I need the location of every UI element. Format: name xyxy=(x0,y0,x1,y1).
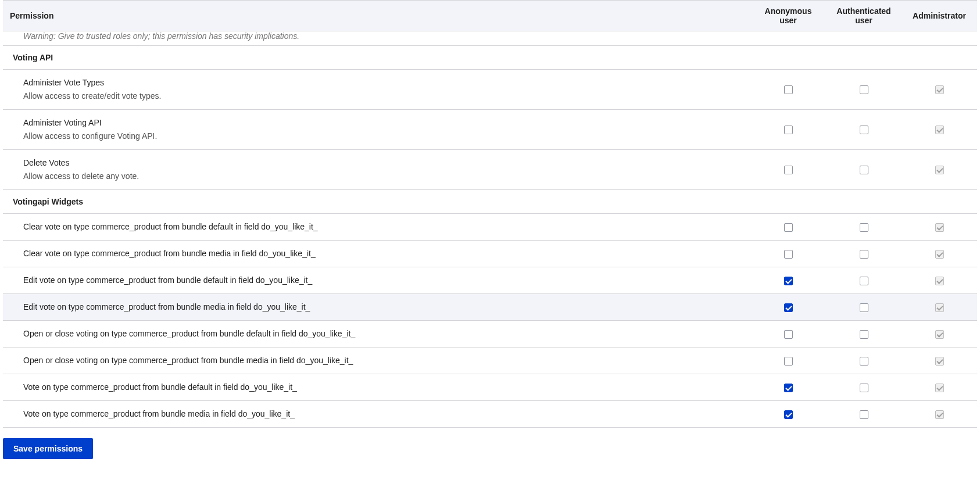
checkbox-cell xyxy=(902,401,977,428)
permission-checkbox-anonymous[interactable] xyxy=(784,166,793,174)
checkbox-cell xyxy=(750,241,826,267)
permission-checkbox-anonymous[interactable] xyxy=(784,384,793,392)
checkbox-cell xyxy=(902,294,977,321)
permission-checkbox-anonymous[interactable] xyxy=(784,410,793,419)
checkbox-cell xyxy=(902,321,977,348)
permission-title: Edit vote on type commerce_product from … xyxy=(23,274,743,286)
permission-row: Edit vote on type commerce_product from … xyxy=(3,267,977,294)
checkbox-cell xyxy=(826,374,902,401)
permission-row: Edit vote on type commerce_product from … xyxy=(3,294,977,321)
module-name: Votingapi Widgets xyxy=(3,190,977,214)
permission-checkbox-anonymous[interactable] xyxy=(784,330,793,339)
permission-checkbox-anonymous[interactable] xyxy=(784,357,793,366)
permission-checkbox-anonymous[interactable] xyxy=(784,223,793,232)
permission-row: Administer Vote TypesAllow access to cre… xyxy=(3,70,977,110)
permission-checkbox-authenticated[interactable] xyxy=(860,330,868,339)
checkbox-cell xyxy=(902,374,977,401)
permission-label-cell: Edit vote on type commerce_product from … xyxy=(3,294,750,321)
permission-title: Delete Votes xyxy=(23,157,743,169)
checkbox-cell xyxy=(826,110,902,150)
checkbox-cell xyxy=(826,214,902,241)
permission-label-cell: Edit vote on type commerce_product from … xyxy=(3,267,750,294)
permission-checkbox-administrator xyxy=(935,357,944,366)
permission-row: Open or close voting on type commerce_pr… xyxy=(3,321,977,348)
permission-label-cell: Clear vote on type commerce_product from… xyxy=(3,241,750,267)
permission-checkbox-administrator xyxy=(935,85,944,94)
permission-checkbox-anonymous[interactable] xyxy=(784,126,793,134)
permission-checkbox-anonymous[interactable] xyxy=(784,303,793,312)
checkbox-cell xyxy=(750,401,826,428)
permission-checkbox-administrator xyxy=(935,166,944,174)
checkbox-cell xyxy=(902,70,977,110)
permissions-table: Permission Anonymous user Authenticated … xyxy=(3,0,977,428)
checkbox-cell xyxy=(826,267,902,294)
checkbox-cell xyxy=(750,348,826,374)
checkbox-cell xyxy=(902,214,977,241)
permission-checkbox-authenticated[interactable] xyxy=(860,166,868,174)
checkbox-cell xyxy=(750,321,826,348)
checkbox-cell xyxy=(826,150,902,190)
permission-row: Open or close voting on type commerce_pr… xyxy=(3,348,977,374)
permission-checkbox-authenticated[interactable] xyxy=(860,303,868,312)
permission-checkbox-administrator xyxy=(935,330,944,339)
permission-title: Open or close voting on type commerce_pr… xyxy=(23,328,743,340)
permission-label-cell: Vote on type commerce_product from bundl… xyxy=(3,401,750,428)
module-name: Voting API xyxy=(3,46,977,70)
permission-row: Administer Voting APIAllow access to con… xyxy=(3,110,977,150)
permission-checkbox-authenticated[interactable] xyxy=(860,250,868,259)
permission-checkbox-anonymous[interactable] xyxy=(784,250,793,259)
permission-checkbox-administrator xyxy=(935,250,944,259)
permission-title: Vote on type commerce_product from bundl… xyxy=(23,381,743,393)
permission-row: Delete VotesAllow access to delete any v… xyxy=(3,150,977,190)
permission-checkbox-authenticated[interactable] xyxy=(860,126,868,134)
checkbox-cell xyxy=(826,348,902,374)
permission-checkbox-administrator xyxy=(935,303,944,312)
checkbox-cell xyxy=(750,70,826,110)
header-administrator: Administrator xyxy=(902,1,977,31)
permission-title: Vote on type commerce_product from bundl… xyxy=(23,408,743,420)
permission-description: Allow access to create/edit vote types. xyxy=(23,90,743,102)
permission-title: Clear vote on type commerce_product from… xyxy=(23,248,743,260)
checkbox-cell xyxy=(826,241,902,267)
permission-checkbox-authenticated[interactable] xyxy=(860,277,868,285)
permission-row: Vote on type commerce_product from bundl… xyxy=(3,374,977,401)
permission-description: Allow access to configure Voting API. xyxy=(23,130,743,142)
header-authenticated: Authenticated user xyxy=(826,1,902,31)
permission-label-cell: Open or close voting on type commerce_pr… xyxy=(3,348,750,374)
permission-row: Vote on type commerce_product from bundl… xyxy=(3,401,977,428)
permission-label-cell: Administer Vote TypesAllow access to cre… xyxy=(3,70,750,110)
permission-title: Clear vote on type commerce_product from… xyxy=(23,221,743,233)
permission-label-cell: Clear vote on type commerce_product from… xyxy=(3,214,750,241)
permission-checkbox-administrator xyxy=(935,277,944,285)
permission-description: Allow access to delete any vote. xyxy=(23,170,743,182)
permission-title: Edit vote on type commerce_product from … xyxy=(23,301,743,313)
permission-checkbox-administrator xyxy=(935,223,944,232)
header-permission: Permission xyxy=(3,1,750,31)
permission-checkbox-anonymous[interactable] xyxy=(784,85,793,94)
checkbox-cell xyxy=(750,267,826,294)
checkbox-cell xyxy=(826,70,902,110)
permission-checkbox-authenticated[interactable] xyxy=(860,384,868,392)
permission-checkbox-anonymous[interactable] xyxy=(784,277,793,285)
checkbox-cell xyxy=(750,150,826,190)
checkbox-cell xyxy=(902,267,977,294)
save-permissions-button[interactable]: Save permissions xyxy=(3,438,93,459)
permission-label-cell: Delete VotesAllow access to delete any v… xyxy=(3,150,750,190)
permission-checkbox-authenticated[interactable] xyxy=(860,85,868,94)
header-anonymous: Anonymous user xyxy=(750,1,826,31)
permission-label-cell: Vote on type commerce_product from bundl… xyxy=(3,374,750,401)
permission-checkbox-authenticated[interactable] xyxy=(860,410,868,419)
permission-checkbox-administrator xyxy=(935,126,944,134)
security-warning: Warning: Give to trusted roles only; thi… xyxy=(3,31,977,46)
permission-checkbox-authenticated[interactable] xyxy=(860,223,868,232)
checkbox-cell xyxy=(902,110,977,150)
checkbox-cell xyxy=(826,401,902,428)
checkbox-cell xyxy=(750,294,826,321)
permission-row: Clear vote on type commerce_product from… xyxy=(3,214,977,241)
checkbox-cell xyxy=(750,214,826,241)
permission-title: Open or close voting on type commerce_pr… xyxy=(23,354,743,367)
permission-title: Administer Voting API xyxy=(23,117,743,129)
checkbox-cell xyxy=(750,374,826,401)
permission-label-cell: Open or close voting on type commerce_pr… xyxy=(3,321,750,348)
permission-checkbox-authenticated[interactable] xyxy=(860,357,868,366)
